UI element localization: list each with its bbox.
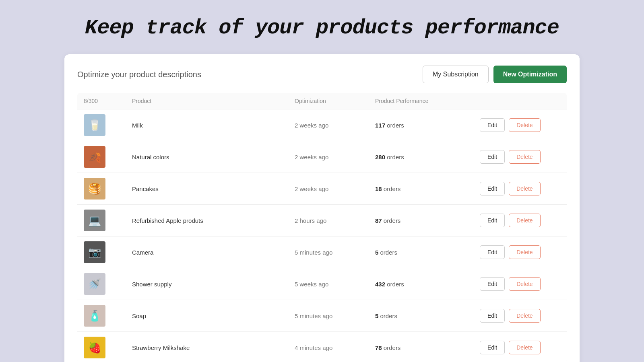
delete-button[interactable]: Delete [509, 309, 540, 323]
edit-button[interactable]: Edit [480, 214, 505, 227]
optimization-time: 2 weeks ago [295, 185, 375, 192]
product-performance: 87 orders [375, 217, 480, 224]
delete-button[interactable]: Delete [509, 214, 540, 227]
col-performance: Product Performance [375, 98, 480, 104]
product-name: Milk [132, 122, 295, 129]
optimization-time: 2 weeks ago [295, 154, 375, 160]
action-buttons: Edit Delete [480, 245, 560, 259]
col-counter: 8/300 [84, 98, 132, 104]
action-buttons: Edit Delete [480, 277, 560, 291]
col-optimization: Optimization [295, 98, 375, 104]
products-table: 8/300 Product Optimization Product Perfo… [77, 93, 567, 362]
product-name: Strawberry Milkshake [132, 344, 295, 351]
delete-button[interactable]: Delete [509, 118, 540, 132]
action-buttons: Edit Delete [480, 309, 560, 323]
action-buttons: Edit Delete [480, 182, 560, 195]
table-row: 🚿 Shower supply 5 weeks ago 432 orders E… [77, 268, 567, 300]
table-header: 8/300 Product Optimization Product Perfo… [77, 93, 567, 109]
product-name: Refurbished Apple produts [132, 217, 295, 224]
product-performance: 18 orders [375, 185, 480, 192]
optimization-time: 4 minutes ago [295, 344, 375, 351]
product-thumbnail: 💻 [84, 210, 105, 231]
edit-button[interactable]: Edit [480, 341, 505, 354]
product-name: Natural colors [132, 154, 295, 160]
product-name: Soap [132, 313, 295, 319]
optimization-time: 5 minutes ago [295, 313, 375, 319]
edit-button[interactable]: Edit [480, 277, 505, 291]
edit-button[interactable]: Edit [480, 309, 505, 323]
delete-button[interactable]: Delete [509, 182, 540, 195]
product-performance: 78 orders [375, 344, 480, 351]
product-thumbnail: 📷 [84, 241, 105, 263]
my-subscription-button[interactable]: My Subscription [423, 66, 489, 83]
page-heading: Keep track of your products performance [85, 16, 559, 40]
action-buttons: Edit Delete [480, 214, 560, 227]
edit-button[interactable]: Edit [480, 182, 505, 195]
col-delete-header [512, 98, 560, 104]
product-thumbnail: 🥞 [84, 178, 105, 200]
col-edit-header [480, 98, 512, 104]
optimization-time: 5 minutes ago [295, 249, 375, 256]
table-row: 🍂 Natural colors 2 weeks ago 280 orders … [77, 141, 567, 173]
delete-button[interactable]: Delete [509, 245, 540, 259]
card-title: Optimize your product descriptions [77, 70, 201, 79]
table-row: 🥞 Pancakes 2 weeks ago 18 orders Edit De… [77, 173, 567, 205]
product-performance: 280 orders [375, 154, 480, 160]
main-card: Optimize your product descriptions My Su… [64, 54, 580, 362]
product-thumbnail: 🍂 [84, 146, 105, 168]
delete-button[interactable]: Delete [509, 150, 540, 164]
product-name: Camera [132, 249, 295, 256]
action-buttons: Edit Delete [480, 341, 560, 354]
optimization-time: 2 weeks ago [295, 122, 375, 129]
table-row: 💻 Refurbished Apple produts 2 hours ago … [77, 205, 567, 237]
edit-button[interactable]: Edit [480, 245, 505, 259]
table-row: 🍓 Strawberry Milkshake 4 minutes ago 78 … [77, 332, 567, 362]
optimization-time: 5 weeks ago [295, 281, 375, 288]
product-name: Pancakes [132, 185, 295, 192]
card-header: Optimize your product descriptions My Su… [77, 66, 567, 83]
action-buttons: Edit Delete [480, 118, 560, 132]
delete-button[interactable]: Delete [509, 277, 540, 291]
table-row: 📷 Camera 5 minutes ago 5 orders Edit Del… [77, 237, 567, 268]
table-body: 🥛 Milk 2 weeks ago 117 orders Edit Delet… [77, 109, 567, 362]
header-buttons: My Subscription New Optimization [423, 66, 567, 83]
product-thumbnail: 🧴 [84, 305, 105, 327]
edit-button[interactable]: Edit [480, 118, 505, 132]
product-performance: 432 orders [375, 281, 480, 288]
edit-button[interactable]: Edit [480, 150, 505, 164]
product-name: Shower supply [132, 281, 295, 288]
delete-button[interactable]: Delete [509, 341, 540, 354]
product-thumbnail: 🍓 [84, 337, 105, 358]
product-performance: 117 orders [375, 122, 480, 129]
product-thumbnail: 🚿 [84, 273, 105, 295]
product-performance: 5 orders [375, 249, 480, 256]
action-buttons: Edit Delete [480, 150, 560, 164]
product-thumbnail: 🥛 [84, 114, 105, 136]
table-row: 🧴 Soap 5 minutes ago 5 orders Edit Delet… [77, 300, 567, 332]
table-row: 🥛 Milk 2 weeks ago 117 orders Edit Delet… [77, 109, 567, 141]
product-performance: 5 orders [375, 313, 480, 319]
optimization-time: 2 hours ago [295, 217, 375, 224]
col-product: Product [132, 98, 295, 104]
new-optimization-button[interactable]: New Optimization [493, 66, 567, 83]
